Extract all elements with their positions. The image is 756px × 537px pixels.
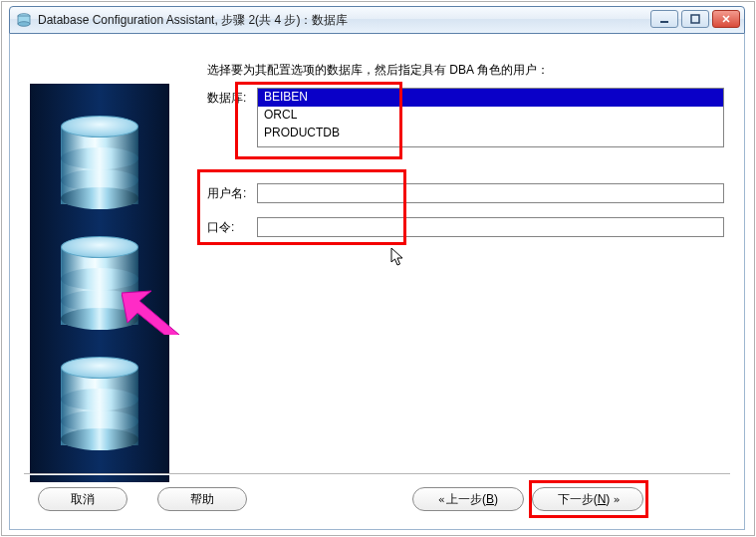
- close-button[interactable]: [712, 10, 740, 28]
- db-option[interactable]: PRODUCTDB: [258, 125, 723, 142]
- minimize-button[interactable]: [650, 10, 678, 28]
- window-client: 选择要为其配置选项的数据库，然后指定具有 DBA 角色的用户： 数据库: BEI…: [9, 34, 745, 530]
- separator: [24, 473, 730, 475]
- next-label-pre: 下一步(: [558, 491, 598, 508]
- cancel-label: 取消: [71, 491, 95, 508]
- help-label: 帮助: [190, 491, 214, 508]
- password-label: 口令:: [207, 219, 257, 236]
- pink-arrow-icon: [122, 281, 179, 335]
- back-label-post: ): [494, 492, 498, 506]
- svg-marker-5: [122, 291, 179, 335]
- db-option-selected[interactable]: BEIBEN: [258, 89, 723, 107]
- maximize-button[interactable]: [681, 10, 709, 28]
- database-select[interactable]: BEIBEN ORCL PRODUCTDB: [257, 88, 724, 147]
- svg-rect-4: [691, 15, 699, 23]
- button-bar: 取消 帮助 « 上一步(B) 下一步(N) »: [10, 487, 744, 515]
- app-icon: [16, 12, 32, 28]
- chevron-left-icon: «: [438, 493, 443, 506]
- database-cylinder-icon: [61, 116, 138, 209]
- next-label-post: ): [606, 492, 610, 506]
- back-button[interactable]: « 上一步(B): [412, 487, 524, 511]
- help-button[interactable]: 帮助: [157, 487, 247, 511]
- next-label-key: N: [598, 492, 607, 506]
- db-option[interactable]: ORCL: [258, 107, 723, 125]
- back-label-key: B: [486, 492, 494, 506]
- svg-point-2: [18, 22, 30, 27]
- password-input[interactable]: [257, 217, 724, 237]
- next-button[interactable]: 下一步(N) »: [532, 487, 643, 511]
- svg-rect-3: [660, 21, 668, 23]
- window-title: Database Configuration Assistant, 步骤 2(共…: [38, 12, 348, 29]
- cancel-button[interactable]: 取消: [38, 487, 127, 511]
- database-cylinder-icon: [61, 357, 138, 450]
- window-titlebar: Database Configuration Assistant, 步骤 2(共…: [9, 6, 745, 34]
- username-input[interactable]: [257, 183, 724, 203]
- database-label: 数据库:: [207, 90, 257, 107]
- cursor-icon: [390, 247, 406, 269]
- username-label: 用户名:: [207, 185, 257, 202]
- instruction-text: 选择要为其配置选项的数据库，然后指定具有 DBA 角色的用户：: [207, 62, 724, 79]
- chevron-right-icon: »: [614, 493, 619, 506]
- back-label-pre: 上一步(: [446, 491, 486, 508]
